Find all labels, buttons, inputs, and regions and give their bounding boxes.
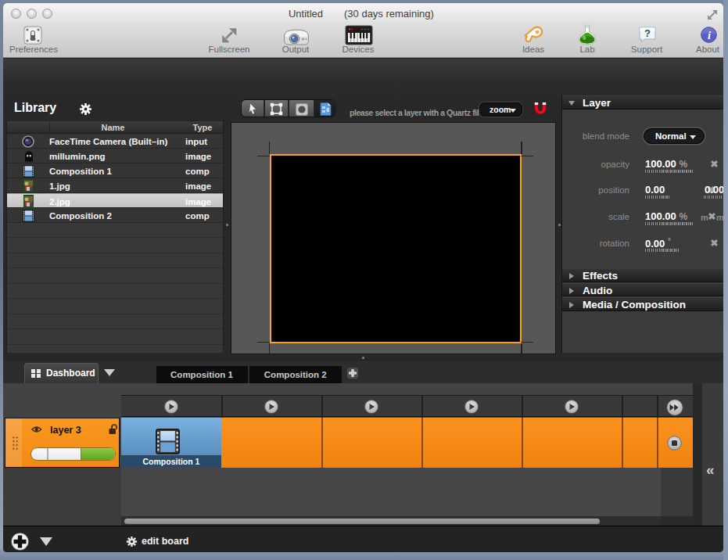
svg-text:?: ? [644,27,651,39]
svg-text:i: i [708,29,711,41]
